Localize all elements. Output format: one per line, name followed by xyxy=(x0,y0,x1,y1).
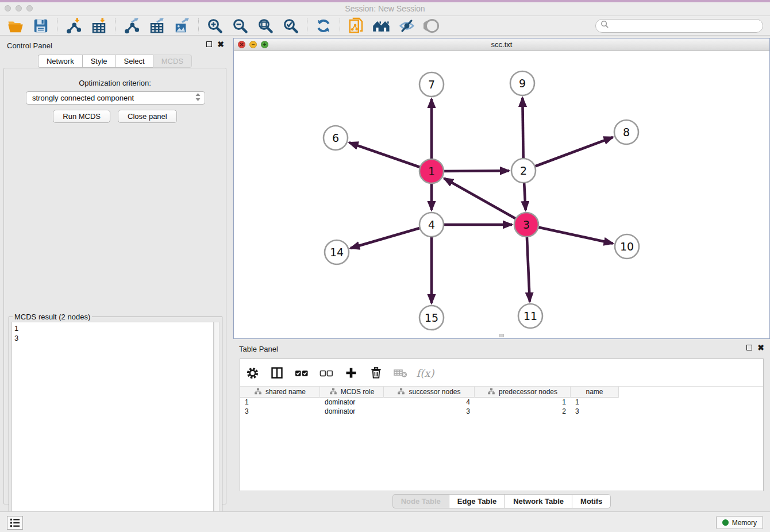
first-neighbors-icon[interactable] xyxy=(372,17,391,34)
node-table: shared nameMCDS rolesuccessor nodesprede… xyxy=(240,386,763,416)
search-box[interactable] xyxy=(595,19,763,33)
select-all-columns-icon[interactable] xyxy=(294,365,309,380)
tab-motifs[interactable]: Motifs xyxy=(572,494,611,508)
network-view-window: ✕ – + scc.txt 1234678910111415 xyxy=(233,38,770,339)
table-cell[interactable]: 1 xyxy=(240,398,320,406)
table-cell[interactable]: 1 xyxy=(571,398,619,406)
run-mcds-button[interactable]: Run MCDS xyxy=(53,110,110,123)
control-panel-float-icon[interactable] xyxy=(206,41,212,47)
node-7[interactable]: 7 xyxy=(419,72,444,97)
svg-text:10: 10 xyxy=(620,240,634,253)
zoom-in-icon[interactable] xyxy=(205,17,225,34)
node-2[interactable]: 2 xyxy=(511,159,536,183)
svg-text:8: 8 xyxy=(623,126,630,138)
table-settings-icon[interactable] xyxy=(245,365,260,380)
zoom-out-icon[interactable] xyxy=(230,17,250,34)
network-window-titlebar[interactable]: ✕ – + scc.txt xyxy=(234,38,769,51)
edge-1-6[interactable] xyxy=(349,142,432,171)
table-panel-close-icon[interactable]: ✖ xyxy=(757,345,764,350)
table-cell[interactable]: 1 xyxy=(475,398,571,406)
network-canvas[interactable]: 1234678910111415 xyxy=(234,51,769,338)
new-network-from-selection-icon[interactable] xyxy=(346,17,366,34)
node-14[interactable]: 14 xyxy=(325,240,349,264)
export-image-icon[interactable] xyxy=(172,17,192,34)
control-panel-close-icon[interactable]: ✖ xyxy=(217,41,224,47)
export-table-icon[interactable] xyxy=(147,17,167,34)
mcds-result-text[interactable]: 1 3 xyxy=(11,322,214,530)
toolbar-separator xyxy=(57,18,57,33)
open-file-icon[interactable] xyxy=(6,17,25,34)
criterion-select[interactable]: strongly connected component xyxy=(26,91,205,105)
create-new-column-icon[interactable] xyxy=(344,365,359,380)
select-stepper-icon xyxy=(195,93,201,103)
status-bar: Memory xyxy=(0,511,770,532)
import-table-icon[interactable] xyxy=(89,17,109,34)
column-header-shared-name[interactable]: shared name xyxy=(240,387,320,398)
table-cell[interactable]: 3 xyxy=(240,407,320,415)
node-1[interactable]: 1 xyxy=(419,159,444,183)
tab-edge-table[interactable]: Edge Table xyxy=(449,494,505,508)
table-cell[interactable]: 2 xyxy=(475,407,571,415)
table-column-headers: shared nameMCDS rolesuccessor nodesprede… xyxy=(240,386,763,398)
search-input[interactable] xyxy=(609,21,763,31)
table-cell[interactable]: dominator xyxy=(320,398,384,406)
hierarchy-icon xyxy=(254,387,262,397)
main-toolbar xyxy=(0,16,770,36)
svg-text:2: 2 xyxy=(520,164,527,177)
zoom-selected-icon[interactable] xyxy=(281,17,301,34)
zoom-fit-icon[interactable] xyxy=(256,17,275,34)
node-4[interactable]: 4 xyxy=(419,213,444,237)
svg-text:7: 7 xyxy=(428,78,435,91)
node-11[interactable]: 11 xyxy=(518,304,542,328)
table-panel-float-icon[interactable] xyxy=(746,345,752,350)
table-row[interactable]: 1dominator411 xyxy=(240,398,763,407)
show-graphics-details-icon[interactable] xyxy=(422,17,442,34)
unselect-all-columns-icon[interactable] xyxy=(319,365,334,380)
mcds-result-scrollbar[interactable] xyxy=(214,322,220,530)
node-6[interactable]: 6 xyxy=(324,126,348,150)
node-3[interactable]: 3 xyxy=(514,213,538,237)
memory-label: Memory xyxy=(732,519,757,527)
memory-status-icon xyxy=(722,519,729,526)
column-header-MCDS-role[interactable]: MCDS role xyxy=(320,387,384,398)
column-header-successor-nodes[interactable]: successor nodes xyxy=(384,387,475,398)
tab-node-table[interactable]: Node Table xyxy=(392,494,449,508)
edge-2-8[interactable] xyxy=(523,137,613,171)
table-row[interactable]: 3dominator323 xyxy=(240,407,763,416)
edge-3-10[interactable] xyxy=(526,225,613,244)
table-cell[interactable]: 3 xyxy=(571,407,619,415)
memory-button[interactable]: Memory xyxy=(716,516,763,529)
hide-graphics-details-icon[interactable] xyxy=(397,17,417,34)
node-10[interactable]: 10 xyxy=(615,234,639,259)
canvas-scrollbar-handle[interactable] xyxy=(499,334,504,337)
table-cell[interactable]: 4 xyxy=(384,398,475,406)
show-columns-icon[interactable] xyxy=(270,365,284,380)
mcds-result-group: MCDS result (2 nodes) 1 3 xyxy=(9,317,222,532)
column-header-name[interactable]: name xyxy=(571,387,619,398)
export-network-icon[interactable] xyxy=(122,17,141,34)
column-header-predecessor-nodes[interactable]: predecessor nodes xyxy=(475,387,571,398)
node-15[interactable]: 15 xyxy=(419,306,444,330)
import-network-icon[interactable] xyxy=(64,17,83,34)
refresh-icon[interactable] xyxy=(314,17,333,34)
tab-style[interactable]: Style xyxy=(82,55,116,68)
edge-3-1[interactable] xyxy=(444,178,526,225)
delete-columns-icon[interactable] xyxy=(368,365,383,380)
table-panel-title: Table Panel xyxy=(239,345,278,353)
svg-text:11: 11 xyxy=(523,310,537,322)
node-8[interactable]: 8 xyxy=(614,120,638,144)
svg-text:15: 15 xyxy=(425,311,438,324)
hierarchy-icon xyxy=(487,387,495,397)
control-panel-tabs: NetworkStyleSelectMCDS xyxy=(0,55,230,68)
tab-select[interactable]: Select xyxy=(116,55,153,68)
hierarchy-icon xyxy=(397,387,405,397)
table-cell[interactable]: 3 xyxy=(384,407,475,415)
task-history-button[interactable] xyxy=(7,516,23,530)
close-panel-button[interactable]: Close panel xyxy=(118,110,177,123)
node-9[interactable]: 9 xyxy=(510,71,534,95)
tab-mcds[interactable]: MCDS xyxy=(153,55,192,68)
save-session-icon[interactable] xyxy=(31,17,51,34)
tab-network[interactable]: Network xyxy=(38,55,82,68)
table-cell[interactable]: dominator xyxy=(320,407,384,415)
tab-network-table[interactable]: Network Table xyxy=(505,494,572,508)
